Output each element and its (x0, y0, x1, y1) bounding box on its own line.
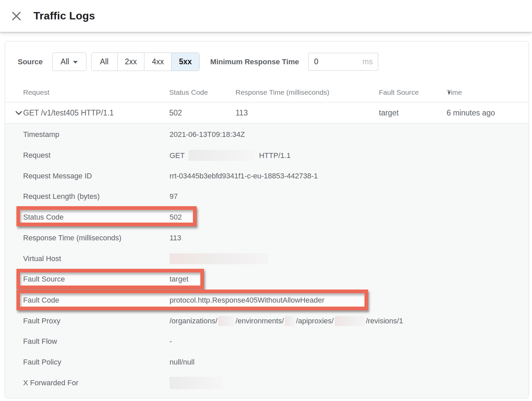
segment-all[interactable]: All (91, 53, 117, 71)
dialog-header: Traffic Logs (0, 0, 532, 32)
redacted-value (335, 316, 365, 326)
source-label: Source (18, 58, 43, 66)
row-status-code: 502 (169, 108, 182, 117)
redacted-value (285, 316, 295, 326)
detail-row-status-code: Status Code 502 (5, 207, 529, 228)
status-code-segmented-control: All 2xx 4xx 5xx (91, 53, 200, 71)
row-time: 6 minutes ago (447, 108, 495, 117)
detail-row-fault-flow: Fault Flow - (5, 331, 529, 352)
column-header-fault-source: Fault Source (379, 88, 419, 96)
page-title: Traffic Logs (34, 10, 95, 22)
detail-row-fault-proxy: Fault Proxy /organizations/ /environment… (5, 311, 529, 331)
detail-row-fault-code: Fault Code protocol.http.Response405With… (5, 290, 529, 311)
detail-row-request-message-id: Request Message ID rrt-03445b3ebfd9341f1… (5, 166, 529, 186)
column-header-response-time: Response Time (milliseconds) (236, 88, 329, 96)
detail-row-timestamp: Timestamp 2021-06-13T09:18:34Z (5, 124, 529, 145)
chevron-down-icon[interactable] (15, 108, 22, 117)
column-header-status-code: Status Code (169, 88, 208, 96)
detail-row-request-length: Request Length (bytes) 97 (5, 186, 529, 207)
detail-row-fault-policy: Fault Policy null/null (5, 352, 529, 373)
detail-row-x-forwarded-for: X Forwarded For (5, 373, 529, 393)
log-detail-section: Timestamp 2021-06-13T09:18:34Z Request G… (5, 124, 529, 398)
min-response-time-unit: ms (362, 57, 373, 66)
redacted-value (170, 377, 223, 389)
table-row[interactable]: GET /v1/test405 HTTP/1.1 502 113 target … (5, 102, 529, 124)
min-response-time-field: ms (308, 53, 378, 71)
segment-4xx[interactable]: 4xx (144, 53, 171, 71)
detail-row-virtual-host: Virtual Host (5, 248, 529, 269)
segment-5xx[interactable]: 5xx (171, 53, 199, 71)
min-response-time-input[interactable] (314, 57, 362, 66)
detail-row-response-time: Response Time (milliseconds) 113 (5, 228, 529, 248)
close-icon[interactable] (11, 10, 22, 22)
source-dropdown[interactable]: All (52, 53, 86, 71)
redacted-value (218, 316, 235, 326)
redacted-value (189, 150, 255, 161)
table-header-row: Request Status Code Response Time (milli… (5, 82, 529, 102)
segment-2xx[interactable]: 2xx (117, 53, 144, 71)
redacted-value (170, 253, 268, 264)
traffic-logs-panel: Source All All 2xx 4xx 5xx Minimum Respo… (5, 41, 529, 398)
row-response-time: 113 (236, 108, 248, 117)
caret-down-icon (73, 61, 78, 64)
filter-bar: Source All All 2xx 4xx 5xx Minimum Respo… (18, 53, 378, 71)
row-fault-source: target (379, 108, 399, 117)
row-request: GET /v1/test405 HTTP/1.1 (23, 108, 114, 117)
sort-descending-icon: ▼ (447, 89, 452, 95)
column-header-request: Request (23, 88, 49, 96)
detail-row-fault-source: Fault Source target (5, 269, 529, 290)
min-response-time-label: Minimum Response Time (210, 58, 299, 66)
detail-row-request: Request GET HTTP/1.1 (5, 145, 529, 166)
source-dropdown-value: All (61, 57, 69, 66)
